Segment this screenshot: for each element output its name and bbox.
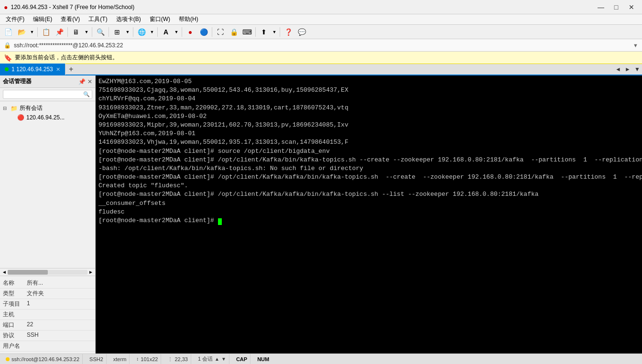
toolbar-sep-7 bbox=[182, 27, 182, 37]
tab-close-btn[interactable]: ✕ bbox=[56, 66, 60, 73]
maximize-button[interactable]: □ bbox=[609, 2, 623, 12]
paste-btn[interactable]: 📌 bbox=[53, 26, 65, 38]
info-key-port: 端口 bbox=[0, 320, 24, 331]
sidebar-scroll-left[interactable]: ◄ bbox=[2, 269, 7, 275]
hint-text: 要添加当前会话，点击左侧的箭头按钮。 bbox=[15, 54, 118, 62]
terminal-line: 991698933023,Mipbr,39,woman,230121,602.7… bbox=[98, 121, 348, 128]
sidebar-title: 会话管理器 bbox=[3, 77, 32, 86]
tab-nav: ◄ ► ▼ bbox=[613, 64, 642, 75]
tab-nav-next[interactable]: ► bbox=[623, 64, 632, 75]
tree-item-label: 所有会话 bbox=[20, 104, 43, 112]
tab-add-btn[interactable]: + bbox=[65, 64, 77, 75]
find-btn[interactable]: 🔍 bbox=[94, 26, 107, 38]
menu-item-B[interactable]: 选项卡(B) bbox=[112, 14, 145, 24]
status-position-text: 22,33 bbox=[174, 356, 188, 362]
new-session-btn[interactable]: 📄 bbox=[2, 26, 14, 38]
terminal-line: OyXmETa@huawei.com,2019-08-02 bbox=[98, 113, 207, 120]
menu-item-H[interactable]: 帮助(H) bbox=[175, 14, 202, 24]
tab-bar: 1 120.46.94.253 ✕ + ◄ ► ▼ bbox=[0, 64, 642, 75]
status-terminal: xterm bbox=[110, 354, 130, 364]
tab-nav-menu[interactable]: ▼ bbox=[632, 64, 642, 75]
info-key-username: 用户名 bbox=[0, 341, 24, 352]
tree-session-label: 120.46.94.25... bbox=[26, 114, 65, 121]
menu-item-F[interactable]: 文件(F) bbox=[2, 14, 28, 24]
sidebar-pin-btn[interactable]: 📌 bbox=[78, 78, 86, 85]
sidebar: 会话管理器 📌 ✕ 🔍 ⊟ 📁 所有会话 bbox=[0, 75, 96, 353]
terminal-line: [root@node-master2MDaA client]# /opt/cli… bbox=[98, 191, 539, 198]
status-dot bbox=[6, 357, 10, 361]
tab-nav-prev[interactable]: ◄ bbox=[613, 64, 623, 75]
address-input[interactable] bbox=[14, 42, 630, 49]
minimize-button[interactable]: — bbox=[594, 2, 608, 12]
status-connection: ssh://root@120.46.94.253:22 bbox=[3, 354, 83, 364]
tree-item-session[interactable]: 🔴 120.46.94.25... bbox=[0, 113, 95, 122]
info-val-name: 所有... bbox=[24, 278, 95, 289]
terminal-line: chYLRVrF@qq.com,2019-08-04 bbox=[98, 95, 196, 102]
upload-dropdown-btn[interactable]: ▼ bbox=[271, 26, 278, 38]
toolbar-sep-10 bbox=[280, 27, 280, 37]
status-position: ⋮ 22,33 bbox=[165, 354, 191, 364]
terminal-line: [root@node-master2MDaA client]# /opt/cli… bbox=[98, 173, 642, 181]
open-btn[interactable]: 📂 bbox=[15, 26, 28, 38]
info-row-name: 名称 所有... bbox=[0, 278, 95, 289]
status-up-btn[interactable]: ▲ bbox=[215, 356, 219, 362]
title-bar: ● 120.46.94.253 - Xshell 7 (Free for Hom… bbox=[0, 0, 642, 14]
status-size-text: 101x22 bbox=[141, 356, 158, 362]
tab-0[interactable]: 1 120.46.94.253 ✕ bbox=[0, 64, 65, 75]
msg-btn[interactable]: 💬 bbox=[295, 26, 308, 38]
tree-item-all-sessions[interactable]: ⊟ 📁 所有会话 bbox=[0, 103, 95, 113]
xftp-btn[interactable]: 🔵 bbox=[197, 26, 210, 38]
info-key-children: 子项目 bbox=[0, 299, 24, 310]
sidebar-scroll-area: ◄ ► bbox=[0, 268, 95, 276]
info-row-type: 类型 文件夹 bbox=[0, 289, 95, 299]
status-down-btn[interactable]: ▼ bbox=[221, 356, 226, 362]
expand-btn[interactable]: ⛶ bbox=[214, 26, 227, 38]
xshell-btn[interactable]: ● bbox=[184, 26, 196, 38]
globe-dropdown-btn[interactable]: ▼ bbox=[149, 26, 155, 38]
info-row-username: 用户名 bbox=[0, 341, 95, 352]
menu-item-V[interactable]: 查看(V) bbox=[57, 14, 84, 24]
layout-btn[interactable]: ⊞ bbox=[111, 26, 123, 38]
bookmark-icon: 🔖 bbox=[4, 54, 12, 62]
screen-btn[interactable]: 🖥 bbox=[70, 26, 82, 38]
sidebar-tree: ⊟ 📁 所有会话 🔴 120.46.94.25... bbox=[0, 101, 95, 268]
session-info-table: 名称 所有... 类型 文件夹 子项目 1 主机 bbox=[0, 278, 95, 352]
toolbar-sep-8 bbox=[212, 27, 212, 37]
menu-bar: 文件(F)编辑(E)查看(V)工具(T)选项卡(B)窗口(W)帮助(H) bbox=[0, 14, 642, 25]
layout-dropdown-btn[interactable]: ▼ bbox=[124, 26, 131, 38]
status-cap: CAP bbox=[233, 354, 250, 364]
menu-item-E[interactable]: 编辑(E) bbox=[29, 14, 56, 24]
close-button[interactable]: ✕ bbox=[625, 2, 638, 12]
terminal-line: __consumer_offsets bbox=[98, 200, 165, 207]
info-val-children: 1 bbox=[24, 299, 95, 310]
info-row-port: 端口 22 bbox=[0, 320, 95, 331]
title-text: 120.46.94.253 - Xshell 7 (Free for Home/… bbox=[11, 4, 134, 11]
terminal-area[interactable]: EwZHYM@163.com,2019-08-05 751698933023,C… bbox=[96, 75, 642, 353]
toolbar-sep-1 bbox=[37, 27, 38, 37]
open-dropdown-btn[interactable]: ▼ bbox=[29, 26, 35, 38]
globe-btn[interactable]: 🌐 bbox=[135, 26, 148, 38]
keyboard-btn[interactable]: ⌨ bbox=[241, 26, 253, 38]
copy-btn[interactable]: 📋 bbox=[40, 26, 52, 38]
info-key-name: 名称 bbox=[0, 278, 24, 289]
sidebar-close-btn[interactable]: ✕ bbox=[87, 78, 92, 85]
font-btn[interactable]: A bbox=[160, 26, 172, 38]
status-pos-icon: ⋮ bbox=[168, 356, 173, 362]
sidebar-info: 名称 所有... 类型 文件夹 子项目 1 主机 bbox=[0, 276, 95, 353]
screen-dropdown-btn[interactable]: ▼ bbox=[83, 26, 90, 38]
status-size: ↕ 101x22 bbox=[133, 354, 161, 364]
lock-btn[interactable]: 🔒 bbox=[228, 26, 240, 38]
sidebar-scroll-right[interactable]: ► bbox=[88, 269, 93, 275]
status-sessions: 1 会话 ▲ ▼ bbox=[195, 354, 229, 364]
terminal-line: [root@node-master2MDaA client]# /opt/cli… bbox=[98, 156, 642, 163]
font-dropdown-btn[interactable]: ▼ bbox=[173, 26, 180, 38]
info-key-type: 类型 bbox=[0, 289, 24, 299]
address-expand-icon[interactable]: ▼ bbox=[633, 43, 638, 48]
menu-item-T[interactable]: 工具(T) bbox=[85, 14, 111, 24]
menu-item-W[interactable]: 窗口(W) bbox=[146, 14, 174, 24]
sidebar-search-input[interactable] bbox=[3, 91, 81, 98]
terminal-cursor bbox=[218, 218, 222, 225]
upload-btn[interactable]: ⬆ bbox=[258, 26, 270, 38]
help-btn[interactable]: ❓ bbox=[282, 26, 294, 38]
toolbar-sep-3 bbox=[92, 27, 92, 37]
